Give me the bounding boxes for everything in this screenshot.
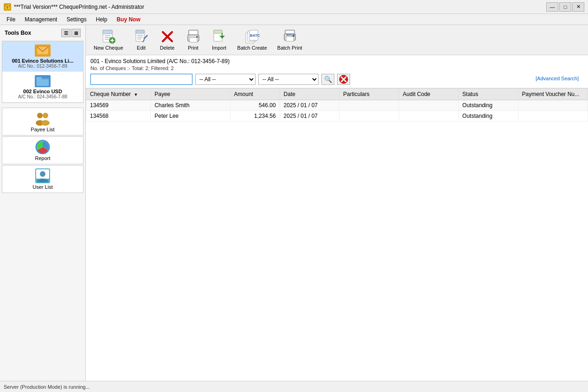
table-header-row: Cheque Number ▼ Payee Amount Date [86,89,588,100]
title-bar-controls: — □ ✕ [546,2,584,12]
title-bar-left: 💰 ***Trial Version*** ChequePrinting.net… [4,3,144,11]
cell-voucher [518,111,588,122]
toolbar: New Cheque Edit [86,25,588,55]
payee-list-tool[interactable]: Payee List [2,108,83,135]
edit-label: Edit [137,45,146,51]
tools-box-label: Tools Box [5,30,31,36]
column-header-status[interactable]: Status [459,89,518,100]
cell-date: 2025 / 01 / 07 [280,100,339,111]
svg-point-6 [43,113,48,118]
table-body: 134569 Charles Smith 546.00 2025 / 01 / … [86,100,588,122]
advanced-search-link[interactable]: [Advanced Search] [531,76,583,83]
report-label: Report [35,155,50,161]
column-header-cheque-number[interactable]: Cheque Number ▼ [86,89,151,100]
batch-create-button[interactable]: BATCH Batch Create [233,27,271,53]
svg-point-14 [39,179,46,182]
report-icon [35,140,50,154]
svg-rect-24 [136,30,144,33]
cell-cheque-number: 134569 [86,100,151,111]
report-tool[interactable]: Report [2,136,83,164]
svg-point-5 [37,113,43,118]
user-list-tool[interactable]: User List [2,165,83,193]
svg-rect-16 [103,30,112,34]
filter1-dropdown[interactable]: -- All -- [195,74,256,85]
cell-audit-code [399,100,459,111]
bank-account-001[interactable]: 001 Evinco Solutions Li... A/C No.: 012-… [2,41,83,72]
edit-button[interactable]: Edit [129,27,153,53]
menu-management[interactable]: Management [20,15,62,24]
svg-text:BATCH: BATCH [287,33,295,36]
cell-voucher [518,100,588,111]
tools-section: Payee List Report [2,108,83,193]
column-header-voucher[interactable]: Payment Voucher Nu... [518,89,588,100]
svg-rect-34 [190,38,197,42]
bank-accounts-section: 001 Evinco Solutions Li... A/C No.: 012-… [2,41,83,103]
svg-rect-37 [214,30,222,33]
batch-create-label: Batch Create [237,45,267,51]
cell-cheque-number: 134568 [86,111,151,122]
title-bar-text: ***Trial Version*** ChequePrinting.net -… [14,4,144,10]
user-list-icon [35,168,50,183]
menu-settings[interactable]: Settings [62,15,91,24]
column-header-particulars[interactable]: Particulars [339,89,399,100]
title-bar: 💰 ***Trial Version*** ChequePrinting.net… [0,0,588,14]
column-header-audit-code[interactable]: Audit Code [399,89,459,100]
cell-audit-code [399,111,459,122]
batch-print-button[interactable]: BATCH Batch Print [273,27,307,53]
menu-file[interactable]: File [2,15,20,24]
minimize-button[interactable]: — [546,2,558,12]
svg-text:BATCH: BATCH [250,33,260,38]
edit-icon [134,29,149,44]
cell-particulars [339,111,399,122]
delete-icon [160,29,175,44]
new-cheque-icon [101,29,116,44]
tools-list-view-btn[interactable]: ☰ [61,29,70,37]
table-container: Cheque Number ▼ Payee Amount Date [86,88,588,381]
column-header-date[interactable]: Date [280,89,339,100]
menu-bar: File Management Settings Help Buy Now [0,14,588,25]
delete-button[interactable]: Delete [155,27,179,53]
search-bar: -- All -- -- All -- 🔍 [Advanced Search] [86,71,588,88]
menu-help[interactable]: Help [91,15,112,24]
tools-box-header-icons: ☰ ⊞ [61,29,81,37]
new-cheque-button[interactable]: New Cheque [89,27,128,53]
maximize-button[interactable]: □ [559,2,571,12]
payee-list-label: Payee List [31,127,54,132]
bank-icon-002 [34,75,51,88]
sort-arrow-cheque-number: ▼ [134,92,138,97]
search-input[interactable] [90,74,192,85]
cell-date: 2025 / 01 / 07 [280,111,339,122]
print-button[interactable]: Print [181,27,205,53]
bank-account-002[interactable]: 002 Evinco USD A/C No.: 024-3456-7-88 [2,72,83,103]
column-header-payee[interactable]: Payee [151,89,230,100]
bank-account-001-no: A/C No.: 012-3456-7-89 [18,64,67,69]
tools-grid-view-btn[interactable]: ⊞ [71,29,81,37]
import-button[interactable]: Import [207,27,231,53]
cell-status: Outstanding [459,100,518,111]
svg-point-8 [41,120,50,126]
tools-box-header: Tools Box ☰ ⊞ [2,27,83,39]
menu-buy-now[interactable]: Buy Now [112,15,145,24]
cell-particulars [339,100,399,111]
content-area: New Cheque Edit [86,25,588,381]
close-button[interactable]: ✕ [572,2,584,12]
cell-amount: 546.00 [230,100,280,111]
column-header-amount[interactable]: Amount [230,89,280,100]
table-row[interactable]: 134569 Charles Smith 546.00 2025 / 01 / … [86,100,588,111]
bank-icon-001 [34,44,51,57]
print-label: Print [188,45,198,51]
search-button[interactable]: 🔍 [321,74,334,85]
clear-search-button[interactable] [337,74,350,85]
import-icon [212,29,227,44]
table-row[interactable]: 134568 Peter Lee 1,234.56 2025 / 01 / 07… [86,111,588,122]
cheque-table: Cheque Number ▼ Payee Amount Date [86,88,588,122]
batch-create-icon: BATCH [245,29,260,44]
payee-list-icon [35,111,50,126]
user-list-label: User List [32,184,52,190]
print-icon [186,29,201,44]
cell-amount: 1,234.56 [230,111,280,122]
filter2-dropdown[interactable]: -- All -- [258,74,319,85]
import-label: Import [212,45,226,51]
cell-payee: Peter Lee [151,111,230,122]
account-info-section: 001 - Evinco Solutions Limited (A/C No.:… [86,55,588,71]
